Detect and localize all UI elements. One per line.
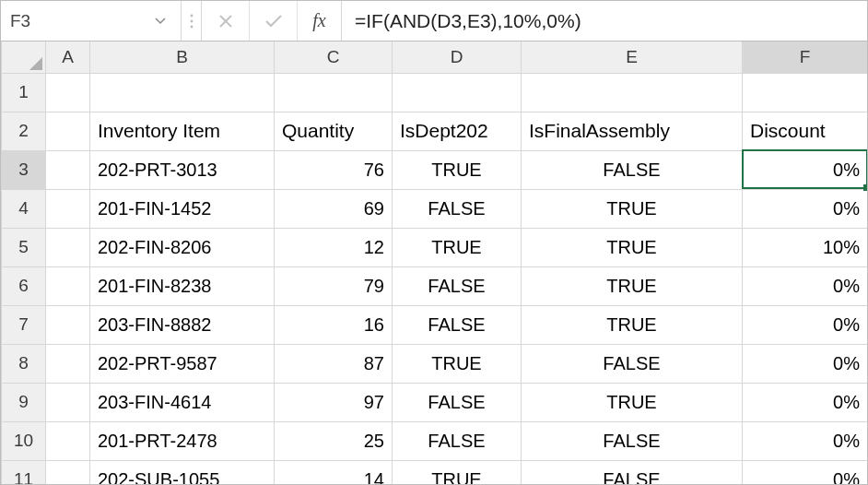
- sheet-grid[interactable]: A B C D E F 1: [1, 41, 867, 484]
- cell-F1[interactable]: [743, 73, 868, 112]
- col-header-B[interactable]: B: [90, 41, 275, 73]
- cell-C1[interactable]: [275, 73, 393, 112]
- cell-C5[interactable]: 12: [275, 228, 393, 266]
- insert-function-button[interactable]: fx: [298, 1, 342, 41]
- cell-C4[interactable]: 69: [275, 189, 393, 228]
- cell-E10[interactable]: FALSE: [522, 421, 743, 460]
- cell-A7[interactable]: [46, 305, 90, 344]
- cell-E1[interactable]: [522, 73, 743, 112]
- cell-E4[interactable]: TRUE: [522, 189, 743, 228]
- cell-A6[interactable]: [46, 266, 90, 305]
- cell-F8[interactable]: 0%: [743, 344, 868, 383]
- cell-B2[interactable]: Inventory Item: [90, 112, 275, 150]
- cell-F10[interactable]: 0%: [743, 421, 868, 460]
- cell-D3[interactable]: TRUE: [393, 150, 522, 189]
- cell-A10[interactable]: [46, 421, 90, 460]
- cell-D9[interactable]: FALSE: [393, 383, 522, 421]
- svg-point-1: [190, 19, 193, 22]
- column-header-row: A B C D E F: [2, 41, 868, 73]
- cell-D10[interactable]: FALSE: [393, 421, 522, 460]
- cell-F9[interactable]: 0%: [743, 383, 868, 421]
- cell-F2[interactable]: Discount: [743, 112, 868, 150]
- cell-F4[interactable]: 0%: [743, 189, 868, 228]
- col-header-C[interactable]: C: [275, 41, 393, 73]
- row-header-9[interactable]: 9: [2, 383, 46, 421]
- name-box[interactable]: F3: [1, 1, 182, 41]
- cell-D4[interactable]: FALSE: [393, 189, 522, 228]
- cell-B7[interactable]: 203-FIN-8882: [90, 305, 275, 344]
- formula-bar: F3 fx =IF(AND(D3,E: [1, 1, 867, 41]
- cell-A4[interactable]: [46, 189, 90, 228]
- row-header-7[interactable]: 7: [2, 305, 46, 344]
- col-header-A[interactable]: A: [46, 41, 90, 73]
- cell-F6[interactable]: 0%: [743, 266, 868, 305]
- cell-C9[interactable]: 97: [275, 383, 393, 421]
- cell-D5[interactable]: TRUE: [393, 228, 522, 266]
- cell-D6[interactable]: FALSE: [393, 266, 522, 305]
- formula-input[interactable]: =IF(AND(D3,E3),10%,0%): [342, 1, 867, 41]
- cell-E8[interactable]: FALSE: [522, 344, 743, 383]
- cell-A2[interactable]: [46, 112, 90, 150]
- cell-B1[interactable]: [90, 73, 275, 112]
- row-header-10[interactable]: 10: [2, 421, 46, 460]
- col-header-F[interactable]: F: [743, 41, 868, 73]
- row-header-11[interactable]: 11: [2, 460, 46, 484]
- cell-B6[interactable]: 201-FIN-8238: [90, 266, 275, 305]
- row-7: 7 203-FIN-8882 16 FALSE TRUE 0%: [2, 305, 868, 344]
- cell-E9[interactable]: TRUE: [522, 383, 743, 421]
- cell-A9[interactable]: [46, 383, 90, 421]
- cell-C7[interactable]: 16: [275, 305, 393, 344]
- cell-D7[interactable]: FALSE: [393, 305, 522, 344]
- row-header-4[interactable]: 4: [2, 189, 46, 228]
- cell-B10[interactable]: 201-PRT-2478: [90, 421, 275, 460]
- cell-B5[interactable]: 202-FIN-8206: [90, 228, 275, 266]
- cell-D11[interactable]: TRUE: [393, 460, 522, 484]
- cell-D2[interactable]: IsDept202: [393, 112, 522, 150]
- cell-E5[interactable]: TRUE: [522, 228, 743, 266]
- row-8: 8 202-PRT-9587 87 TRUE FALSE 0%: [2, 344, 868, 383]
- sheet-table: A B C D E F 1: [1, 41, 867, 484]
- svg-point-2: [190, 25, 193, 28]
- cell-D8[interactable]: TRUE: [393, 344, 522, 383]
- row-header-2[interactable]: 2: [2, 112, 46, 150]
- row-10: 10 201-PRT-2478 25 FALSE FALSE 0%: [2, 421, 868, 460]
- cell-E6[interactable]: TRUE: [522, 266, 743, 305]
- cell-E2[interactable]: IsFinalAssembly: [522, 112, 743, 150]
- cell-B9[interactable]: 203-FIN-4614: [90, 383, 275, 421]
- cell-F5[interactable]: 10%: [743, 228, 868, 266]
- row-header-8[interactable]: 8: [2, 344, 46, 383]
- cell-E11[interactable]: FALSE: [522, 460, 743, 484]
- row-2: 2 Inventory Item Quantity IsDept202 IsFi…: [2, 112, 868, 150]
- cell-F7[interactable]: 0%: [743, 305, 868, 344]
- cell-C2[interactable]: Quantity: [275, 112, 393, 150]
- cell-A1[interactable]: [46, 73, 90, 112]
- cell-B8[interactable]: 202-PRT-9587: [90, 344, 275, 383]
- fx-handle-icon[interactable]: [182, 1, 202, 41]
- row-header-1[interactable]: 1: [2, 73, 46, 112]
- cell-C6[interactable]: 79: [275, 266, 393, 305]
- cell-C10[interactable]: 25: [275, 421, 393, 460]
- cell-B3[interactable]: 202-PRT-3013: [90, 150, 275, 189]
- cell-A5[interactable]: [46, 228, 90, 266]
- cell-A3[interactable]: [46, 150, 90, 189]
- cell-F3[interactable]: 0%: [743, 150, 868, 189]
- cell-E3[interactable]: FALSE: [522, 150, 743, 189]
- name-box-dropdown-icon[interactable]: [155, 18, 171, 25]
- cell-A8[interactable]: [46, 344, 90, 383]
- cell-A11[interactable]: [46, 460, 90, 484]
- cell-C3[interactable]: 76: [275, 150, 393, 189]
- row-header-5[interactable]: 5: [2, 228, 46, 266]
- col-header-D[interactable]: D: [393, 41, 522, 73]
- cell-C8[interactable]: 87: [275, 344, 393, 383]
- cell-B11[interactable]: 202-SUB-1055: [90, 460, 275, 484]
- cell-E7[interactable]: TRUE: [522, 305, 743, 344]
- select-all-corner[interactable]: [2, 41, 46, 73]
- cell-D1[interactable]: [393, 73, 522, 112]
- cell-C11[interactable]: 14: [275, 460, 393, 484]
- row-header-6[interactable]: 6: [2, 266, 46, 305]
- cell-F11[interactable]: 0%: [743, 460, 868, 484]
- svg-point-0: [190, 14, 193, 17]
- col-header-E[interactable]: E: [522, 41, 743, 73]
- cell-B4[interactable]: 201-FIN-1452: [90, 189, 275, 228]
- row-header-3[interactable]: 3: [2, 150, 46, 189]
